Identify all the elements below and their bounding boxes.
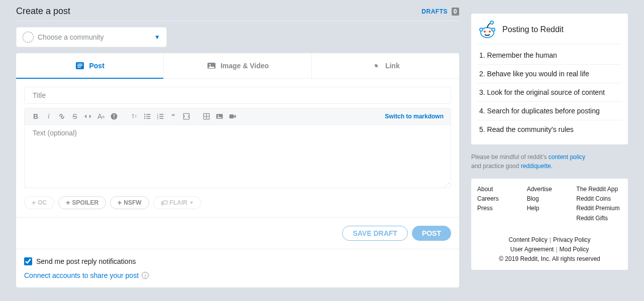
footer-link-coins[interactable]: Reddit Coins [576, 194, 622, 204]
footer-link-about[interactable]: About [477, 185, 523, 194]
info-icon: i [142, 272, 149, 279]
rule-item: 1. Remember the human [477, 46, 622, 65]
link-icon [371, 61, 381, 71]
rule-item: 3. Look for the original source of conte… [477, 83, 622, 102]
plus-icon: + [118, 199, 122, 207]
snoo-icon [477, 20, 497, 40]
svg-point-33 [490, 21, 493, 24]
nsfw-tag-button[interactable]: +NSFW [110, 196, 149, 209]
footer-link-press[interactable]: Press [477, 204, 523, 213]
image-button[interactable] [213, 110, 226, 122]
spoiler-tag-button[interactable]: +SPOILER [58, 196, 106, 209]
mindful-text: Please be mindful of reddit's content po… [471, 153, 628, 171]
footer-link-gifts[interactable]: Reddit Gifts [576, 214, 622, 223]
copyright: © 2019 Reddit, Inc. All rights reserved [499, 255, 600, 262]
strikethrough-button[interactable]: S [69, 110, 81, 122]
reply-notif-checkbox[interactable] [24, 257, 32, 265]
svg-point-31 [480, 28, 483, 31]
footer-link-premium[interactable]: Reddit Premium [576, 204, 622, 213]
svg-rect-25 [217, 114, 223, 119]
body-textarea[interactable] [33, 129, 443, 182]
italic-button[interactable]: i [43, 110, 55, 122]
link-button[interactable] [56, 110, 68, 122]
content-policy-link[interactable]: content policy [549, 154, 585, 161]
tab-image-video[interactable]: Image & Video [164, 53, 311, 78]
chevron-down-icon: ▼ [189, 200, 194, 205]
svg-point-9 [144, 114, 145, 115]
footer-privacy[interactable]: Privacy Policy [553, 236, 591, 243]
svg-rect-18 [159, 116, 163, 117]
resize-handle[interactable]: ⋰ [444, 184, 450, 187]
reddiquette-link[interactable]: reddiquette. [521, 163, 553, 170]
footer-link-careers[interactable]: Careers [477, 194, 523, 204]
svg-rect-7 [114, 114, 115, 117]
video-button[interactable] [227, 110, 239, 122]
tab-post-label: Post [89, 62, 104, 70]
footer-link-blog[interactable]: Blog [527, 194, 573, 204]
community-select[interactable]: Choose a community ▼ [16, 27, 167, 47]
svg-rect-12 [146, 116, 150, 117]
post-button[interactable]: POST [412, 226, 451, 241]
svg-rect-21 [183, 113, 189, 119]
numbered-list-button[interactable]: 123 [154, 110, 166, 122]
svg-rect-27 [230, 114, 234, 118]
svg-rect-8 [114, 117, 115, 118]
image-video-icon [206, 61, 217, 71]
page-title: Create a post [16, 6, 70, 17]
bullet-list-button[interactable] [141, 110, 153, 122]
flair-label: FLAIR [170, 199, 187, 206]
svg-point-32 [492, 28, 495, 31]
drafts-count-badge: 0 [452, 8, 459, 16]
footer-link-app[interactable]: The Reddit App [576, 185, 622, 194]
reply-notif-label: Send me post reply notifications [36, 257, 136, 265]
svg-rect-10 [146, 114, 150, 115]
flair-tag-button[interactable]: 🏷FLAIR ▼ [153, 196, 201, 209]
community-placeholder-text: Choose a community [38, 33, 150, 41]
table-button[interactable] [200, 110, 212, 122]
svg-rect-1 [77, 64, 82, 65]
community-placeholder-icon [23, 32, 34, 43]
title-input[interactable] [24, 87, 451, 104]
drafts-button[interactable]: DRAFTS 0 [421, 8, 459, 15]
rule-item: 2. Behave like you would in real life [477, 65, 622, 83]
tab-image-video-label: Image & Video [221, 62, 269, 70]
bold-button[interactable]: B [30, 110, 42, 122]
spoiler-button[interactable] [108, 110, 120, 122]
superscript-button[interactable]: Aa [95, 110, 107, 122]
footer-link-advertise[interactable]: Advertise [527, 185, 573, 194]
tab-link-label: Link [385, 62, 400, 70]
tab-post[interactable]: Post [16, 53, 164, 78]
switch-markdown-link[interactable]: Switch to markdown [383, 113, 446, 120]
posting-title: Posting to Reddit [502, 25, 564, 34]
svg-rect-2 [77, 65, 82, 66]
heading-button[interactable]: TT [128, 110, 140, 122]
footer-mod-policy[interactable]: Mod Policy [560, 246, 589, 253]
rule-item: 5. Read the community's rules [477, 120, 622, 138]
svg-point-29 [484, 31, 486, 33]
oc-label: OC [38, 199, 47, 206]
rule-item: 4. Search for duplicates before posting [477, 102, 622, 120]
quote-button[interactable]: “ [167, 110, 179, 122]
connect-accounts-label: Connect accounts to share your post [24, 271, 139, 279]
svg-point-26 [218, 115, 219, 116]
tab-link[interactable]: Link [312, 53, 459, 78]
footer-content-policy[interactable]: Content Policy [508, 236, 547, 243]
svg-point-13 [144, 118, 145, 119]
oc-tag-button[interactable]: +OC [24, 196, 54, 209]
svg-point-30 [489, 31, 491, 33]
plus-icon: + [66, 199, 70, 207]
svg-rect-20 [159, 118, 163, 119]
codeblock-button[interactable] [180, 110, 192, 122]
svg-rect-14 [146, 118, 150, 119]
nsfw-label: NSFW [124, 199, 141, 206]
spoiler-label: SPOILER [72, 199, 98, 206]
save-draft-button[interactable]: SAVE DRAFT [342, 226, 407, 241]
footer-link-help[interactable]: Help [527, 204, 573, 213]
footer-user-agreement[interactable]: User Agreement [510, 246, 554, 253]
connect-accounts-link[interactable]: Connect accounts to share your post i [24, 271, 451, 279]
svg-rect-3 [77, 67, 81, 68]
tag-icon: 🏷 [161, 199, 168, 207]
svg-text:3: 3 [157, 117, 159, 120]
code-button[interactable] [82, 110, 94, 122]
svg-rect-16 [159, 114, 163, 115]
